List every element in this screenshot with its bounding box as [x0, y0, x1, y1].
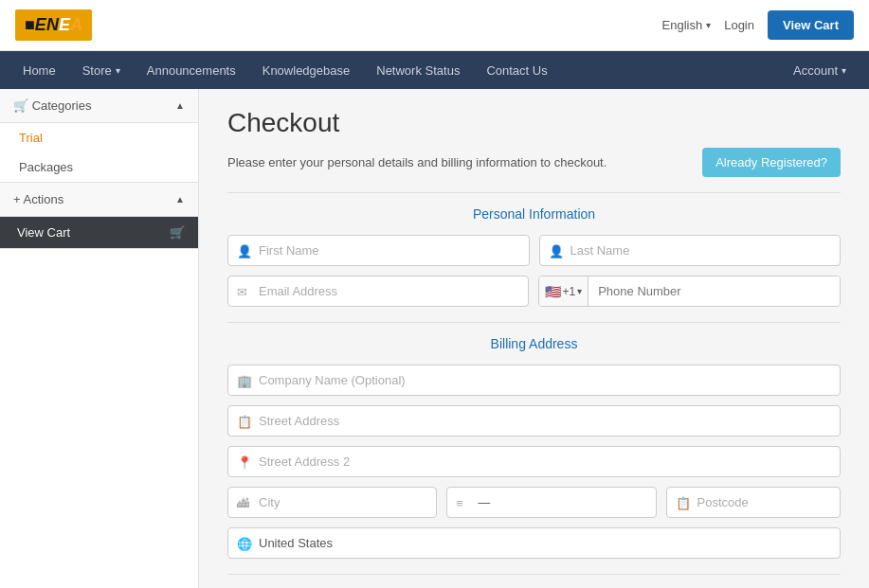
sidebar-view-cart[interactable]: View Cart 🛒	[0, 217, 198, 248]
email-input[interactable]	[227, 276, 529, 307]
top-bar: ■ENEA English ▾ Login View Cart	[0, 0, 869, 51]
email-field: ✉	[227, 276, 529, 307]
street-input[interactable]	[227, 405, 841, 437]
view-cart-button[interactable]: View Cart	[768, 10, 854, 40]
phone-country-code: +1	[563, 285, 576, 298]
language-chevron-icon: ▾	[706, 20, 711, 30]
building-icon: 🏢	[237, 373, 252, 387]
billing-address-title: Billing Address	[227, 336, 841, 351]
actions-header: + Actions ▲	[0, 183, 198, 217]
last-name-field: 👤	[539, 235, 842, 266]
nav-bar: Home Store ▾ Announcements Knowledgebase…	[0, 51, 869, 89]
location-icon: 📍	[237, 454, 252, 469]
login-button[interactable]: Login	[724, 18, 754, 32]
street-icon: 📋	[237, 414, 252, 428]
categories-collapse-icon[interactable]: ▲	[175, 100, 185, 111]
sidebar-packages-link[interactable]: Packages	[0, 152, 198, 182]
postcode-icon: 📋	[676, 495, 691, 509]
first-name-input[interactable]	[227, 235, 530, 266]
first-name-field: 👤	[227, 235, 530, 266]
already-registered-button[interactable]: Already Registered?	[702, 148, 841, 177]
nav-account[interactable]: Account ▾	[780, 51, 860, 89]
last-name-input[interactable]	[539, 235, 842, 266]
personal-info-title: Personal Information	[227, 206, 841, 222]
nav-knowledgebase[interactable]: Knowledgebase	[249, 51, 364, 89]
categories-section: 🛒 Categories ▲ Trial Packages	[0, 89, 198, 183]
actions-collapse-icon[interactable]: ▲	[175, 194, 185, 205]
categories-icon: 🛒 Categories	[13, 98, 92, 113]
nav-network-status[interactable]: Network Status	[363, 51, 473, 89]
country-field: 🌐 United States	[227, 527, 841, 559]
state-select[interactable]: —	[446, 487, 656, 518]
city-state-row: 🏙 ≡ — 📋	[227, 487, 841, 518]
nav-contact-us[interactable]: Contact Us	[473, 51, 560, 89]
street-field: 📋	[227, 405, 841, 437]
divider-personal	[227, 192, 841, 193]
city-icon: 🏙	[237, 495, 249, 509]
logo: ■ENEA	[15, 9, 92, 41]
company-row: 🏢	[227, 365, 841, 396]
email-icon: ✉	[237, 284, 247, 298]
actions-section: + Actions ▲ View Cart 🛒	[0, 183, 198, 249]
country-row: 🌐 United States	[227, 527, 841, 559]
phone-flag-chevron: ▾	[577, 286, 582, 296]
person-icon: 👤	[237, 243, 252, 258]
postcode-field: 📋	[666, 487, 841, 518]
account-chevron-icon: ▾	[842, 65, 846, 76]
state-field: ≡ —	[446, 487, 656, 518]
nav-left: Home Store ▾ Announcements Knowledgebase…	[9, 51, 561, 89]
city-input[interactable]	[227, 487, 437, 518]
phone-flag-selector[interactable]: 🇺🇸 +1 ▾	[539, 276, 589, 306]
sidebar-trial-link[interactable]: Trial	[0, 123, 198, 152]
postcode-input[interactable]	[666, 487, 841, 518]
street2-input[interactable]	[227, 446, 841, 477]
language-selector[interactable]: English ▾	[662, 18, 712, 32]
main-content: Checkout Please enter your personal deta…	[199, 89, 869, 588]
street2-field: 📍	[227, 446, 841, 477]
sidebar: 🛒 Categories ▲ Trial Packages + Actions …	[0, 89, 199, 588]
cart-icon: 🛒	[170, 225, 185, 240]
city-field: 🏙	[227, 487, 437, 518]
name-row: 👤 👤	[227, 235, 841, 266]
nav-right: Account ▾	[780, 51, 860, 89]
divider-billing	[227, 322, 841, 323]
language-label: English	[662, 18, 703, 32]
country-select[interactable]: United States	[227, 527, 841, 559]
nav-store[interactable]: Store ▾	[69, 51, 134, 89]
person-icon-2: 👤	[549, 243, 564, 258]
divider-security	[227, 574, 841, 575]
main-layout: 🛒 Categories ▲ Trial Packages + Actions …	[0, 89, 869, 588]
store-chevron-icon: ▾	[116, 65, 120, 76]
nav-home[interactable]: Home	[9, 51, 69, 89]
street-row: 📋	[227, 405, 841, 437]
company-field: 🏢	[227, 365, 841, 396]
contact-row: ✉ 🇺🇸 +1 ▾	[227, 276, 841, 307]
street2-row: 📍	[227, 446, 841, 477]
page-title: Checkout	[227, 108, 841, 138]
phone-field: 🇺🇸 +1 ▾	[538, 276, 842, 307]
categories-header: 🛒 Categories ▲	[0, 89, 198, 123]
top-right-actions: English ▾ Login View Cart	[662, 10, 854, 40]
company-input[interactable]	[227, 365, 841, 396]
phone-input[interactable]	[588, 276, 840, 306]
us-flag-icon: 🇺🇸	[545, 284, 561, 299]
checkout-description: Please enter your personal details and b…	[227, 155, 606, 169]
logo-text: ■ENEA	[25, 15, 82, 34]
checkout-subtitle: Please enter your personal details and b…	[227, 148, 841, 177]
nav-announcements[interactable]: Announcements	[134, 51, 249, 89]
